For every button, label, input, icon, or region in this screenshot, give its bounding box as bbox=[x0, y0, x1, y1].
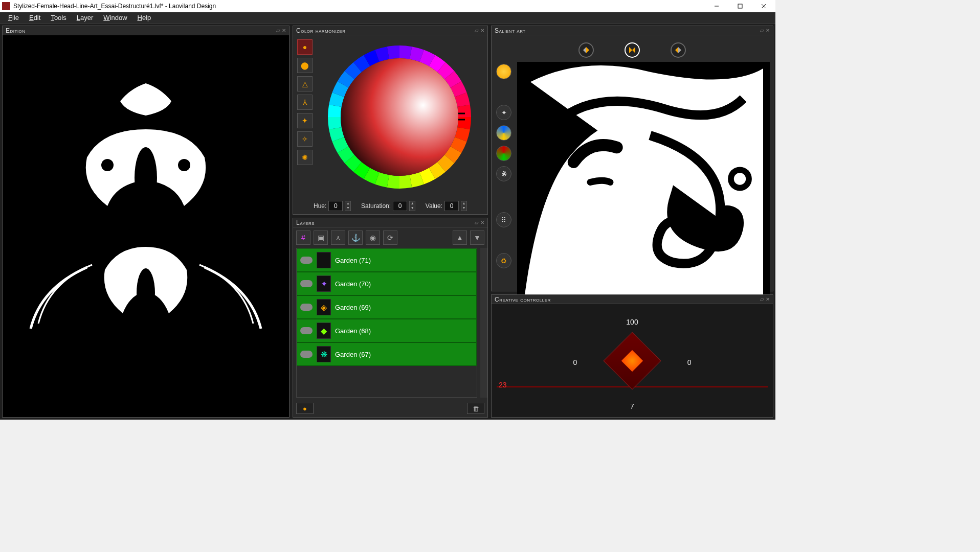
salient-sun-button[interactable] bbox=[496, 64, 511, 79]
layer-row[interactable]: ✦Garden (70) bbox=[297, 272, 477, 295]
salient-swirl-button[interactable]: ֎ bbox=[496, 166, 511, 181]
layer-thumb bbox=[317, 252, 331, 268]
panel-close-icon[interactable]: ✕ bbox=[282, 28, 286, 33]
panel-close-icon[interactable]: ✕ bbox=[480, 220, 485, 225]
creative-red-value: 23 bbox=[499, 381, 507, 389]
layer-delete-button[interactable]: 🗑 bbox=[467, 403, 484, 414]
close-button[interactable] bbox=[752, 0, 775, 12]
creative-diamond[interactable] bbox=[603, 332, 661, 389]
harmony-complement-button[interactable]: ⬤ bbox=[297, 58, 313, 73]
layers-down-button[interactable]: ▼ bbox=[470, 231, 484, 245]
creative-right-value: 0 bbox=[687, 358, 692, 366]
saturation-input[interactable] bbox=[393, 201, 407, 211]
minimize-button[interactable] bbox=[705, 0, 728, 12]
layer-visibility-toggle[interactable] bbox=[300, 351, 313, 358]
color-wheel[interactable] bbox=[316, 39, 483, 195]
layer-name: Garden (67) bbox=[335, 351, 371, 358]
panel-undock-icon[interactable]: ▱ bbox=[760, 296, 765, 302]
salient-canvas[interactable] bbox=[517, 62, 770, 303]
creative-top-value: 100 bbox=[626, 318, 638, 326]
value-input[interactable] bbox=[444, 201, 459, 211]
layer-name: Garden (69) bbox=[335, 304, 371, 311]
layers-refresh-button[interactable]: ⟳ bbox=[383, 231, 397, 245]
harmony-tetrad-button[interactable]: ✦ bbox=[297, 113, 313, 128]
layer-blend-button[interactable]: ● bbox=[296, 403, 314, 414]
layer-row[interactable]: ❋Garden (67) bbox=[297, 342, 477, 366]
layers-title: Layers bbox=[296, 219, 475, 226]
panel-undock-icon[interactable]: ▱ bbox=[276, 28, 281, 33]
menu-window[interactable]: Window bbox=[99, 13, 131, 22]
svg-rect-1 bbox=[738, 4, 742, 8]
harmony-mode-buttons: ● ⬤ △ ⅄ ✦ ✧ ✺ bbox=[297, 39, 313, 195]
menu-edit[interactable]: Edit bbox=[25, 13, 44, 22]
val-stepper[interactable]: ▲▼ bbox=[461, 201, 467, 211]
salient-side-buttons: ✦ ֎ ⠿ ♻ bbox=[495, 62, 513, 303]
svg-point-8 bbox=[178, 159, 190, 171]
harmony-split-button[interactable]: ⅄ bbox=[297, 95, 313, 110]
menu-tools[interactable]: Tools bbox=[47, 13, 70, 22]
color-harmonizer-header: Color harmonizer ▱✕ bbox=[293, 26, 487, 35]
svg-point-9 bbox=[137, 268, 155, 317]
panel-undock-icon[interactable]: ▱ bbox=[475, 28, 479, 33]
maximize-button[interactable] bbox=[728, 0, 752, 12]
salient-top-buttons bbox=[495, 38, 770, 62]
salient-recycle-button[interactable]: ♻ bbox=[496, 253, 511, 268]
salient-mode-3-button[interactable] bbox=[671, 42, 686, 58]
value-label: Value: bbox=[426, 202, 442, 210]
harmony-square-button[interactable]: ✧ bbox=[297, 131, 313, 147]
panel-undock-icon[interactable]: ▱ bbox=[475, 220, 479, 225]
layers-anchor-button[interactable]: ⚓ bbox=[348, 231, 363, 245]
svg-point-21 bbox=[734, 173, 746, 185]
layers-grid-button[interactable]: # bbox=[296, 231, 310, 245]
layer-scrollbar[interactable] bbox=[480, 248, 487, 398]
harmony-mono-button[interactable]: ● bbox=[297, 39, 313, 55]
layer-name: Garden (70) bbox=[335, 280, 371, 288]
svg-marker-18 bbox=[678, 47, 681, 53]
layers-up-button[interactable]: ▲ bbox=[453, 231, 467, 245]
salient-header: Salient art ▱✕ bbox=[492, 26, 773, 35]
layer-row[interactable]: Garden (71) bbox=[297, 248, 477, 272]
hue-stepper[interactable]: ▲▼ bbox=[345, 201, 351, 211]
menu-help[interactable]: Help bbox=[133, 13, 155, 22]
layer-thumb: ◈ bbox=[317, 299, 331, 315]
salient-dots-button[interactable]: ⠿ bbox=[496, 212, 511, 227]
panel-close-icon[interactable]: ✕ bbox=[766, 296, 770, 302]
workspace: Edition ▱✕ bbox=[0, 24, 775, 420]
layers-sphere-button[interactable]: ◉ bbox=[366, 231, 380, 245]
layer-visibility-toggle[interactable] bbox=[300, 280, 313, 287]
layer-visibility-toggle[interactable] bbox=[300, 257, 313, 264]
creative-left-value: 0 bbox=[573, 358, 577, 366]
salient-mode-2-button[interactable] bbox=[625, 42, 640, 58]
layer-row[interactable]: ◆Garden (68) bbox=[297, 319, 477, 342]
salient-blueyellow-button[interactable] bbox=[496, 125, 511, 141]
layers-stack-button[interactable]: ▣ bbox=[314, 231, 328, 245]
salient-redgreen-button[interactable] bbox=[496, 146, 511, 161]
layers-merge-button[interactable]: ⋏ bbox=[331, 231, 345, 245]
salient-mode-1-button[interactable] bbox=[578, 42, 594, 58]
svg-marker-16 bbox=[632, 47, 635, 53]
menu-file[interactable]: File bbox=[4, 13, 23, 22]
panel-close-icon[interactable]: ✕ bbox=[480, 28, 485, 33]
layer-visibility-toggle[interactable] bbox=[300, 327, 313, 334]
panel-undock-icon[interactable]: ▱ bbox=[760, 28, 765, 33]
sat-stepper[interactable]: ▲▼ bbox=[409, 201, 415, 211]
edition-canvas[interactable] bbox=[3, 35, 289, 417]
creative-flame-icon bbox=[621, 350, 643, 371]
layer-thumb: ✦ bbox=[317, 275, 331, 292]
harmony-triad-button[interactable]: △ bbox=[297, 76, 313, 91]
creative-header: Creative controller ▱✕ bbox=[492, 295, 773, 304]
menu-layer[interactable]: Layer bbox=[73, 13, 98, 22]
layer-row[interactable]: ◈Garden (69) bbox=[297, 295, 477, 319]
harmony-analogous-button[interactable]: ✺ bbox=[297, 150, 313, 165]
panel-close-icon[interactable]: ✕ bbox=[766, 28, 770, 33]
creative-bottom-value: 7 bbox=[630, 402, 634, 410]
layer-thumb: ❋ bbox=[317, 346, 331, 362]
salient-star-button[interactable]: ✦ bbox=[496, 105, 511, 120]
layer-visibility-toggle[interactable] bbox=[300, 304, 313, 311]
menubar: File Edit Tools Layer Window Help bbox=[0, 12, 775, 24]
saturation-label: Saturation: bbox=[361, 202, 391, 210]
hue-input[interactable] bbox=[328, 201, 343, 211]
layer-list[interactable]: Garden (71) ✦Garden (70) ◈Garden (69) ◆G… bbox=[296, 248, 477, 398]
layer-thumb: ◆ bbox=[317, 323, 331, 339]
creative-controller[interactable]: 100 0 0 7 23 bbox=[492, 304, 773, 417]
